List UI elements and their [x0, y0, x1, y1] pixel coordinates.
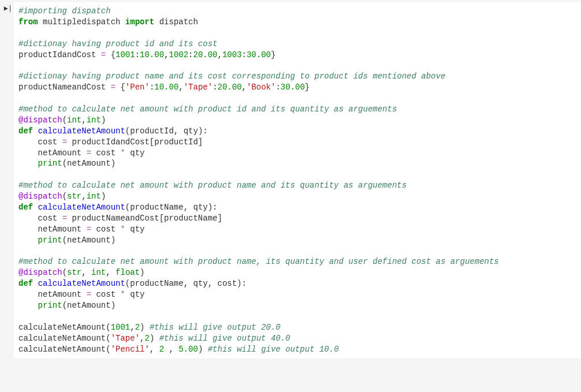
- code-token: def: [18, 203, 33, 212]
- code-token: qty: [125, 148, 145, 158]
- code-token: *: [120, 148, 125, 158]
- code-token: =: [87, 148, 91, 158]
- code-token: =: [87, 290, 91, 299]
- code-token: int: [91, 268, 106, 277]
- code-token: def: [18, 126, 33, 136]
- code-line: netAmount = cost * qty: [18, 148, 576, 159]
- code-token: 5.00: [178, 345, 198, 354]
- code-line: from multipledispatch import dispatch: [18, 17, 576, 28]
- code-token: @dispatch: [18, 268, 62, 277]
- code-token: 10.00: [154, 83, 178, 92]
- code-token: productIdandCost[productId]: [67, 137, 203, 147]
- code-token: calculateNetAmount: [38, 203, 125, 212]
- code-token: ,: [130, 323, 135, 332]
- code-line: [18, 60, 576, 71]
- code-token: #dictionay having product id and its cos…: [18, 39, 217, 48]
- code-token: 2: [135, 323, 140, 332]
- code-token: #method to calculate net amount with pro…: [18, 257, 499, 266]
- code-token: =: [87, 225, 91, 234]
- code-token: {: [116, 83, 125, 92]
- code-token: import: [125, 17, 154, 27]
- code-token: calculateNetAmount: [38, 126, 125, 136]
- code-token: (productName, qty):: [125, 203, 218, 212]
- code-token: }: [271, 50, 275, 59]
- notebook-code-cell: ▶| #importing dispatchfrom multipledispa…: [0, 0, 581, 361]
- code-token: #method to calculate net amount with pro…: [18, 104, 397, 114]
- code-token: print: [38, 301, 62, 310]
- code-token: def: [18, 279, 33, 288]
- code-line: calculateNetAmount('Tape',2) #this will …: [18, 333, 576, 344]
- code-token: 1001: [111, 323, 131, 332]
- code-line: cost = productNameandCost[productName]: [18, 213, 576, 224]
- code-line: def calculateNetAmount(productId, qty):: [18, 126, 576, 137]
- code-token: #this will give output 40.0: [159, 334, 290, 343]
- code-token: ,: [218, 50, 222, 59]
- code-editor[interactable]: #importing dispatchfrom multipledispatch…: [14, 2, 581, 359]
- code-line: productIdandCost = {1001:10.00,1002:20.0…: [18, 50, 576, 61]
- code-line: @dispatch(int,int): [18, 115, 576, 126]
- code-token: *: [120, 225, 125, 234]
- code-token: #this will give output 20.0: [150, 323, 281, 332]
- code-token: multipledispatch: [38, 17, 125, 27]
- code-token: 30.00: [247, 50, 271, 59]
- code-token: cost: [18, 137, 62, 147]
- code-token: calculateNetAmount(: [18, 323, 111, 332]
- code-line: def calculateNetAmount(productName, qty,…: [18, 278, 576, 289]
- code-token: print: [38, 236, 62, 245]
- code-token: (productName, qty, cost):: [125, 279, 247, 288]
- code-token: *: [120, 290, 125, 299]
- code-token: #importing dispatch: [18, 6, 111, 16]
- code-token: int: [87, 192, 101, 201]
- code-token: ,: [178, 83, 183, 92]
- code-line: [18, 28, 576, 39]
- run-cell-icon[interactable]: ▶|: [2, 2, 14, 13]
- code-token: :: [188, 50, 193, 59]
- code-token: :: [135, 50, 140, 59]
- code-token: ): [140, 268, 144, 277]
- code-token: cost: [18, 214, 62, 223]
- code-token: 'Book': [247, 83, 275, 92]
- code-line: [18, 311, 576, 322]
- code-line: #importing dispatch: [18, 6, 576, 17]
- code-token: from: [18, 17, 38, 27]
- code-line: #dictionay having product name and its c…: [18, 71, 576, 82]
- code-token: ,: [81, 268, 91, 277]
- code-token: ): [140, 323, 150, 332]
- code-line: [18, 169, 576, 180]
- code-token: #this will give output 10.0: [208, 345, 339, 354]
- code-token: 'Tape': [111, 334, 140, 343]
- code-line: netAmount = cost * qty: [18, 289, 576, 300]
- code-token: cost: [91, 148, 120, 158]
- code-token: str: [67, 268, 81, 277]
- code-token: }: [305, 83, 310, 92]
- code-token: [18, 301, 38, 310]
- code-token: qty: [125, 290, 145, 299]
- code-line: calculateNetAmount(1001,2) #this will gi…: [18, 322, 576, 333]
- code-token: [18, 236, 38, 245]
- code-token: calculateNetAmount: [38, 279, 125, 288]
- code-line: print(netAmount): [18, 300, 576, 311]
- code-line: cost = productIdandCost[productId]: [18, 137, 576, 148]
- code-token: int: [67, 115, 81, 125]
- code-token: =: [101, 50, 106, 59]
- code-token: ): [198, 345, 208, 354]
- code-token: 'Tape': [184, 83, 213, 92]
- code-token: ,: [81, 115, 86, 125]
- code-token: :: [242, 50, 247, 59]
- code-token: productNameandCost[productName]: [67, 214, 222, 223]
- code-token: int: [87, 115, 101, 125]
- code-token: [33, 279, 38, 288]
- code-line: productNameandCost = {'Pen':10.00,'Tape'…: [18, 82, 576, 93]
- code-token: (: [62, 268, 67, 277]
- code-token: =: [62, 137, 67, 147]
- code-token: 1003: [222, 50, 242, 59]
- code-token: ,: [81, 192, 86, 201]
- code-token: :: [213, 83, 217, 92]
- code-token: 20.00: [193, 50, 218, 59]
- code-line: [18, 93, 576, 104]
- code-token: ): [150, 334, 159, 343]
- code-token: (netAmount): [62, 236, 116, 245]
- code-token: 30.00: [281, 83, 305, 92]
- code-token: 2: [144, 334, 149, 343]
- code-token: (: [62, 115, 67, 125]
